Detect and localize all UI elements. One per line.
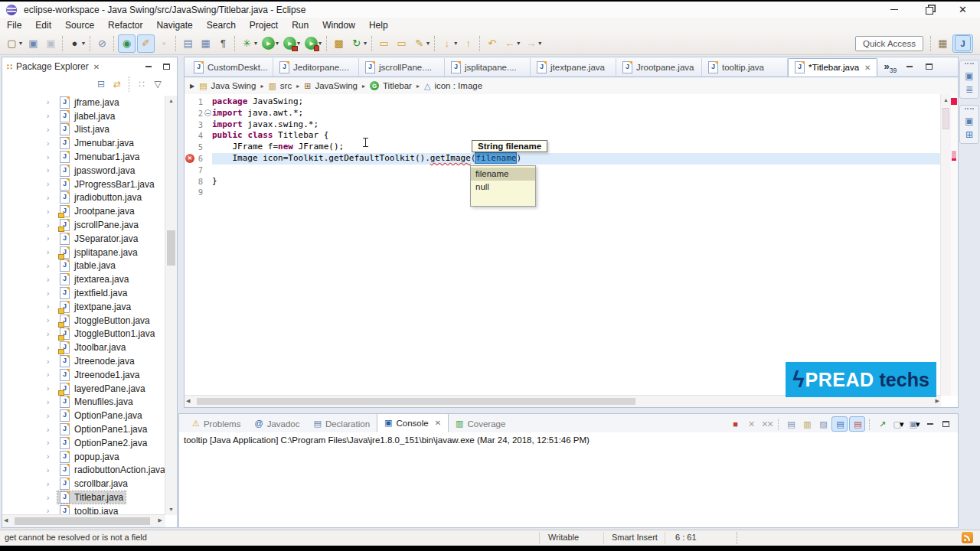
tree-item[interactable]: ›JJtreenode.java <box>2 354 165 368</box>
completion-item[interactable]: null <box>471 181 535 194</box>
open-type-toggle-button[interactable]: ◉ <box>118 34 136 53</box>
tree-item-node[interactable]: Jjlabel.java <box>57 110 117 122</box>
hidden-tabs-chevron[interactable]: »39 <box>884 60 897 77</box>
code-line[interactable]: 5 JFrame f=new JFrame(); <box>185 142 958 153</box>
editor-tab-tooltipjava[interactable]: Jtooltip.java <box>702 58 788 77</box>
chevron-right-icon[interactable]: › <box>47 98 57 106</box>
scroll-right-icon[interactable]: ▶ <box>936 396 939 407</box>
chevron-right-icon[interactable]: › <box>47 153 57 161</box>
scrollbar-thumb[interactable] <box>15 517 150 525</box>
run-external-tools-button[interactable]: ▾ <box>282 35 302 52</box>
tree-item[interactable]: ›Jjtable.java <box>2 259 165 273</box>
drag-handle[interactable] <box>965 63 974 67</box>
restore-console-view-2-button[interactable]: ▣ <box>965 116 973 126</box>
update-software-button[interactable]: ↻▾ <box>348 35 368 52</box>
feed-icon[interactable] <box>962 532 973 543</box>
error-line-marker[interactable] <box>952 151 956 161</box>
restore-type-hierarchy-view-button[interactable]: ⊞ <box>965 130 973 139</box>
code-editor[interactable]: 1package JavaSwing;2−import java.awt.*;3… <box>185 94 958 396</box>
tree-item[interactable]: ›JOptionPane1.java <box>2 422 165 436</box>
tree-item[interactable]: ›Jjtextfield.java <box>2 286 165 300</box>
tree-item-node[interactable]: JJtoggleButton.java <box>57 315 152 327</box>
tree-item[interactable]: ›JJSeparator.java <box>2 232 165 246</box>
tree-item-node[interactable]: JMenufiles.java <box>57 396 136 408</box>
menu-item-window[interactable]: Window <box>315 19 362 31</box>
tree-item[interactable]: ›Jjradiobutton.java <box>2 191 165 205</box>
chevron-right-icon[interactable]: › <box>47 166 57 174</box>
menu-item-file[interactable]: File <box>0 19 28 31</box>
chevron-right-icon[interactable]: › <box>47 439 57 447</box>
code-line[interactable]: 1package JavaSwing; <box>185 96 958 108</box>
console-tab-javadoc[interactable]: @Javadoc <box>247 415 306 432</box>
tree-item-node[interactable]: JjscrollPane.java <box>57 219 141 231</box>
menu-item-edit[interactable]: Edit <box>28 19 58 31</box>
scroll-right-icon[interactable]: ▶ <box>158 515 162 527</box>
tree-item-node[interactable]: JlayeredPane.java <box>57 383 148 395</box>
chevron-right-icon[interactable]: › <box>47 330 57 338</box>
editor-tab-jsplitapane[interactable]: Jjsplitapane.... <box>445 58 531 77</box>
tree-item[interactable]: ›JJProgressBar1.java <box>2 178 165 191</box>
tree-item-node[interactable]: Jjtextpane.java <box>57 301 133 313</box>
tree-item-node[interactable]: Jjtextarea.java <box>57 273 131 285</box>
overview-ruler[interactable] <box>951 94 958 396</box>
tree-item-node[interactable]: Jjframe.java <box>57 96 122 109</box>
console-tab-declaration[interactable]: ▤Declaration <box>306 415 377 432</box>
scrollbar-thumb[interactable] <box>197 398 635 405</box>
code-line[interactable]: 3import javax.swing.*; <box>185 119 958 131</box>
remove-launch-button[interactable]: ✕ <box>743 417 758 431</box>
close-tab-icon[interactable]: ✕ <box>435 419 441 427</box>
code-line[interactable]: 7 <box>185 165 958 176</box>
save-all-button[interactable]: ▣ <box>43 35 59 52</box>
open-task-button[interactable]: ▭ <box>376 35 392 52</box>
chevron-right-icon[interactable]: › <box>47 480 57 488</box>
code-line[interactable]: 9 <box>185 187 958 198</box>
chevron-right-icon[interactable]: › <box>47 234 57 243</box>
tree-item-node[interactable]: Jpopup.java <box>57 451 122 463</box>
previous-annotation-button[interactable]: ↑ <box>460 35 476 52</box>
scroll-down-icon[interactable]: ▼ <box>165 504 177 515</box>
menu-item-source[interactable]: Source <box>58 19 101 31</box>
minimize-editor-button[interactable] <box>903 61 916 72</box>
skip-all-breakpoints-button[interactable]: ⊘ <box>94 35 110 52</box>
tree-item-node[interactable]: JOptionPane1.java <box>57 423 149 435</box>
tree-item-node[interactable]: JJmenubar1.java <box>57 151 142 163</box>
open-last-element-button[interactable]: ●▾ <box>67 35 87 52</box>
chevron-right-icon[interactable]: › <box>47 139 57 148</box>
chevron-right-icon[interactable]: › <box>47 452 57 461</box>
tree-item-node[interactable]: JJProgressBar1.java <box>57 178 157 191</box>
tree-item[interactable]: ›JJtreenode1.java <box>2 368 165 382</box>
fold-collapse-icon[interactable]: − <box>204 109 211 116</box>
breadcrumb-segment[interactable]: △icon : Image <box>424 81 482 90</box>
chevron-right-icon[interactable]: › <box>47 262 57 270</box>
menu-item-navigate[interactable]: Navigate <box>149 19 199 31</box>
new-wizard-button[interactable]: ▢▾ <box>4 35 24 52</box>
tree-vertical-scrollbar[interactable]: ▲ ▼ <box>165 96 177 515</box>
java-ee-button[interactable]: ▩ <box>331 35 347 52</box>
format-brush-button[interactable]: ✐ <box>137 34 155 53</box>
chevron-right-icon[interactable]: › <box>47 194 57 202</box>
close-window-button[interactable]: ✕ <box>946 2 980 18</box>
show-on-stderr-button[interactable]: ▤ <box>849 416 865 432</box>
chevron-right-icon[interactable]: › <box>47 466 57 474</box>
tree-horizontal-scrollbar[interactable]: ◀ ▶ <box>2 514 165 527</box>
tree-item[interactable]: ›Jtooltip.java <box>2 504 165 515</box>
forward-history-button[interactable]: →▾ <box>523 35 543 52</box>
chevron-right-icon[interactable]: › <box>47 398 57 406</box>
tree-item-node[interactable]: JJlist.java <box>57 123 112 135</box>
debug-button[interactable]: ✳▾ <box>239 35 259 52</box>
code-line[interactable]: 4public class Titlebar { <box>185 130 958 142</box>
breadcrumb-toggle-icon[interactable]: ▶ <box>190 83 194 90</box>
clear-console-button[interactable]: ▤ <box>783 417 798 431</box>
close-tab-icon[interactable]: ✕ <box>864 64 871 72</box>
breadcrumb-segment[interactable]: ▥src <box>268 81 292 90</box>
breadcrumb-segment[interactable]: ▤Java Swing <box>199 81 256 90</box>
tree-item[interactable]: ›JradiobuttonAction.java <box>2 464 165 478</box>
tree-item[interactable]: ›Jjtextpane.java <box>2 300 165 314</box>
new-java-class-button[interactable]: ▤ <box>180 35 196 52</box>
editor-tab-customdeskt[interactable]: JCustomDeskt... <box>188 58 273 77</box>
last-edit-location-button[interactable]: ↶ <box>484 35 500 52</box>
console-tab-console[interactable]: ▣Console✕ <box>377 413 449 432</box>
open-resource-button[interactable]: ▭ <box>394 35 410 52</box>
open-type-hierarchy-button[interactable]: ▦ <box>198 35 214 52</box>
tree-item[interactable]: ›JlayeredPane.java <box>2 382 165 396</box>
